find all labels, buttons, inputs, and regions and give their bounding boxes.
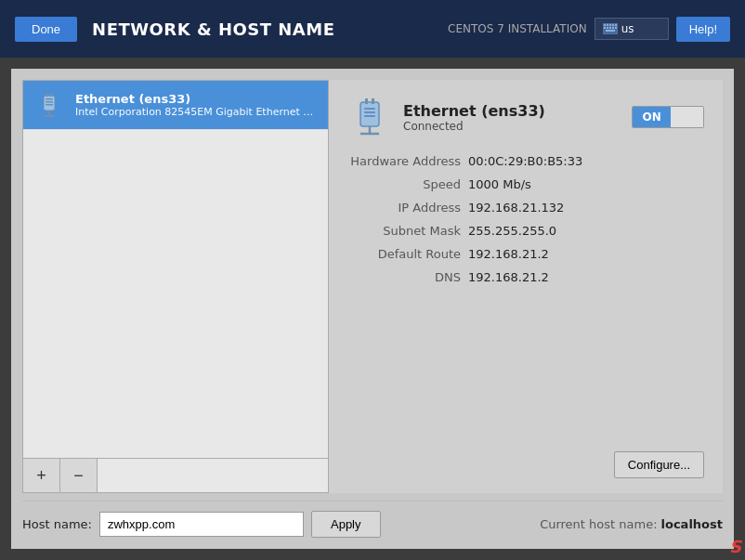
toggle-switch[interactable]: ON <box>632 106 704 128</box>
keyboard-icon <box>603 23 618 34</box>
svg-rect-20 <box>372 98 374 104</box>
content-area: Ethernet (ens33) Intel Corporation 82545… <box>22 80 723 493</box>
svg-rect-7 <box>607 27 608 29</box>
svg-rect-23 <box>364 115 375 117</box>
bottom-bar: Host name: Apply Current host name: loca… <box>22 501 723 538</box>
svg-rect-13 <box>46 93 48 97</box>
current-hostname-area: Current host name: localhost <box>540 517 723 531</box>
iface-name: Ethernet (ens33) <box>75 92 319 106</box>
net-details: Hardware Address 00:0C:29:B0:B5:33 Speed… <box>347 154 704 451</box>
svg-rect-14 <box>50 93 52 97</box>
done-button[interactable]: Done <box>15 17 77 42</box>
svg-rect-6 <box>604 27 606 29</box>
header-right: CENTOS 7 INSTALLATION us Help! <box>448 17 730 42</box>
current-hostname-value: localhost <box>661 517 723 531</box>
ip-address-value: 192.168.21.132 <box>468 201 564 215</box>
interface-list: Ethernet (ens33) Intel Corporation 82545… <box>23 81 328 458</box>
dns-label: DNS <box>347 270 468 284</box>
svg-rect-16 <box>46 101 53 103</box>
svg-rect-17 <box>46 104 53 106</box>
watermark: S <box>729 537 741 556</box>
svg-rect-12 <box>44 96 55 111</box>
header-left: Done NETWORK & HOST NAME <box>15 17 335 42</box>
header: Done NETWORK & HOST NAME CENTOS 7 INSTAL… <box>0 0 745 58</box>
apply-button[interactable]: Apply <box>311 511 381 538</box>
speed-label: Speed <box>347 177 468 191</box>
hostname-label: Host name: <box>22 517 92 531</box>
svg-rect-18 <box>360 102 379 126</box>
svg-rect-11 <box>606 30 615 32</box>
hardware-address-label: Hardware Address <box>347 154 468 168</box>
iface-detail-icon <box>347 95 392 139</box>
svg-rect-2 <box>607 24 608 26</box>
svg-rect-22 <box>364 111 375 113</box>
svg-rect-4 <box>612 24 614 26</box>
keyboard-layout[interactable]: us <box>595 18 669 40</box>
svg-rect-21 <box>364 108 375 110</box>
svg-rect-8 <box>609 27 611 29</box>
speed-row: Speed 1000 Mb/s <box>347 177 704 191</box>
iface-desc: Intel Corporation 82545EM Gigabit Ethern… <box>75 106 319 118</box>
configure-button[interactable]: Configure... <box>614 451 704 478</box>
iface-header-left: Ethernet (ens33) Connected <box>347 95 545 139</box>
iface-title-area: Ethernet (ens33) Connected <box>403 102 545 133</box>
toggle-off[interactable] <box>671 107 703 127</box>
iface-detail-status: Connected <box>403 120 545 133</box>
svg-rect-5 <box>615 24 617 26</box>
page-title: NETWORK & HOST NAME <box>92 20 334 39</box>
hardware-address-row: Hardware Address 00:0C:29:B0:B5:33 <box>347 154 704 168</box>
centos-label: CENTOS 7 INSTALLATION <box>448 22 587 35</box>
list-controls: + − <box>23 458 328 492</box>
subnet-mask-value: 255.255.255.0 <box>468 224 556 238</box>
subnet-mask-label: Subnet Mask <box>347 224 468 238</box>
speed-value: 1000 Mb/s <box>468 177 531 191</box>
svg-rect-10 <box>615 27 617 29</box>
keyboard-lang-label: us <box>621 22 634 35</box>
main-content: Ethernet (ens33) Intel Corporation 82545… <box>11 69 734 549</box>
right-panel: Ethernet (ens33) Connected ON Hardware A… <box>329 80 723 493</box>
left-panel: Ethernet (ens33) Intel Corporation 82545… <box>22 80 329 493</box>
default-route-value: 192.168.21.2 <box>468 247 549 261</box>
iface-info: Ethernet (ens33) Intel Corporation 82545… <box>75 92 319 118</box>
hostname-area: Host name: Apply <box>22 511 381 538</box>
svg-rect-1 <box>604 24 606 26</box>
svg-rect-19 <box>365 98 368 104</box>
svg-rect-15 <box>46 98 53 100</box>
toggle-on[interactable]: ON <box>633 107 670 127</box>
ip-address-label: IP Address <box>347 201 468 215</box>
hostname-input[interactable] <box>99 512 304 537</box>
add-interface-button[interactable]: + <box>23 459 60 492</box>
dns-value: 192.168.21.2 <box>468 270 549 284</box>
iface-detail-header: Ethernet (ens33) Connected ON <box>347 95 704 139</box>
default-route-label: Default Route <box>347 247 468 261</box>
ethernet-icon <box>33 88 66 122</box>
help-button[interactable]: Help! <box>676 17 730 42</box>
remove-interface-button[interactable]: − <box>60 459 98 492</box>
default-route-row: Default Route 192.168.21.2 <box>347 247 704 261</box>
ip-address-row: IP Address 192.168.21.132 <box>347 201 704 215</box>
subnet-mask-row: Subnet Mask 255.255.255.0 <box>347 224 704 238</box>
svg-rect-3 <box>609 24 611 26</box>
current-hostname-label: Current host name: <box>540 517 657 531</box>
hardware-address-value: 00:0C:29:B0:B5:33 <box>468 154 582 168</box>
interface-item[interactable]: Ethernet (ens33) Intel Corporation 82545… <box>23 81 328 130</box>
iface-detail-name: Ethernet (ens33) <box>403 102 545 120</box>
dns-row: DNS 192.168.21.2 <box>347 270 704 284</box>
svg-rect-9 <box>612 27 614 29</box>
